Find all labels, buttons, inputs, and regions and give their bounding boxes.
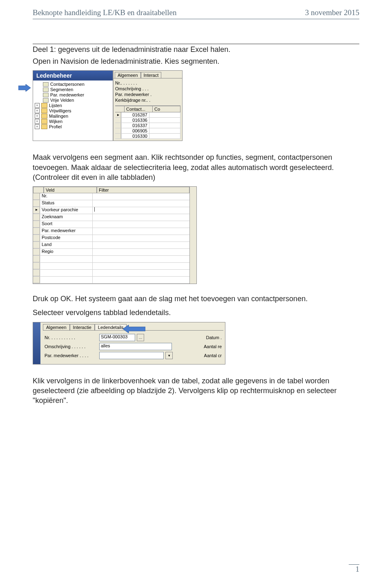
row-selector[interactable] [33,277,40,283]
tree-view[interactable]: Contactpersonen Segmenten Par. medewerke… [33,81,113,131]
grid-cell[interactable]: 016337 [121,123,149,128]
filter-cell[interactable] [93,263,189,269]
grid-cell[interactable]: 016336 [121,118,149,123]
row-selector[interactable] [33,263,40,269]
table-row[interactable]: Regio [33,249,189,256]
tree-item[interactable]: +Profiel [35,124,111,130]
table-row[interactable]: ▸Voorkeur parochie [33,207,189,214]
veld-cell[interactable]: Status [40,200,93,207]
filter-cell[interactable] [93,214,189,221]
veld-cell[interactable] [40,277,93,283]
veld-cell[interactable]: Par. medewerker [40,228,93,235]
table-row[interactable]: Land [33,242,189,249]
veld-cell[interactable] [40,270,93,276]
row-selector[interactable] [115,134,121,139]
nr-input[interactable]: SGM-000303 [99,334,135,341]
tree-item[interactable]: +Vrijwilligers [35,108,111,114]
filter-cell[interactable] [93,277,189,283]
nr-label: Nr. . . . . . . . . . . [45,335,98,340]
row-selector[interactable] [33,193,40,200]
tab-algemeen[interactable]: Algemeen [43,324,70,330]
tree-item[interactable]: Par. medewerker [35,92,111,98]
grid-cell[interactable]: 006905 [121,128,149,133]
row-selector[interactable] [33,228,40,235]
expand-icon[interactable]: + [35,119,40,124]
table-row[interactable]: Status [33,200,189,207]
veld-cell[interactable]: Voorkeur parochie [40,207,93,214]
tree-item[interactable]: +Lijsten [35,103,111,108]
filter-cell[interactable] [93,270,189,276]
row-selector[interactable] [33,221,40,228]
par-medewerker-input[interactable] [99,352,164,359]
veld-cell[interactable]: Land [40,242,93,248]
grid-cell[interactable]: 016330 [121,134,149,139]
filter-cell[interactable] [93,242,189,248]
table-row[interactable]: Soort [33,221,189,228]
row-selector[interactable] [115,118,121,123]
filter-cell[interactable] [93,200,189,207]
table-row[interactable] [33,256,189,263]
grid-cell[interactable]: 016287 [121,112,149,117]
lookup-button[interactable]: ▾ [165,352,173,359]
table-row[interactable]: Postcode [33,235,189,242]
mini-grid[interactable]: Contact... Co ▸016287 016336 016337 0069… [115,105,180,139]
column-header-veld[interactable]: Veld [44,187,97,193]
table-row[interactable]: Zoeknaam [33,214,189,221]
grid-corner[interactable] [33,187,44,193]
tree-item[interactable]: Vrije Velden [35,98,111,103]
row-selector[interactable] [33,214,40,221]
table-row[interactable] [33,263,189,270]
table-row[interactable] [33,277,189,284]
row-selector[interactable]: ▸ [33,207,40,214]
expand-icon[interactable]: + [35,114,40,119]
row-selector[interactable] [33,242,40,248]
omschrijving-input[interactable]: alles [99,343,172,350]
filter-cell[interactable] [93,256,189,262]
row-selector[interactable] [115,128,121,133]
veld-cell[interactable]: Soort [40,221,93,228]
tab-interactie[interactable]: Interactie [70,324,95,330]
veld-cell[interactable]: Postcode [40,235,93,242]
row-selector[interactable] [33,256,40,262]
veld-cell[interactable] [40,263,93,269]
paragraph-3: Druk op OK. Het systeem gaat aan de slag… [33,294,359,304]
table-row[interactable]: Nr. [33,193,189,200]
vertical-scrollbar[interactable] [189,187,196,284]
lookup-button[interactable]: … [137,334,144,341]
veld-cell[interactable]: Zoeknaam [40,214,93,221]
filter-cell[interactable] [93,249,189,255]
folder-icon [41,124,47,129]
column-header-filter[interactable]: Filter [97,187,189,193]
field-label: Kerkbijdrage nr.. . [115,98,153,103]
veld-cell[interactable]: Regio [40,249,93,255]
tab-ledendetails[interactable]: Ledendetails [95,324,127,330]
table-row[interactable] [33,270,189,277]
row-selector[interactable] [33,270,40,276]
field-label: Par. medewerker . [115,92,153,97]
tree-item[interactable]: +Mailingen [35,114,111,119]
expand-icon[interactable]: + [35,124,40,129]
row-selector[interactable] [33,249,40,255]
row-selector[interactable] [33,235,40,242]
filter-cell[interactable] [93,235,189,242]
table-row[interactable]: Par. medewerker [33,228,189,235]
tab-algemeen[interactable]: Algemeen [115,72,141,78]
veld-cell[interactable]: Nr. [40,193,93,200]
expand-icon[interactable]: + [35,103,40,108]
row-selector[interactable] [33,200,40,207]
filter-cell[interactable] [93,193,189,200]
filter-cell[interactable] [93,221,189,228]
filter-cell[interactable] [93,228,189,235]
tab-interact[interactable]: Interact [141,72,162,78]
grid-corner[interactable] [115,106,125,112]
veld-cell[interactable] [40,256,93,262]
grid-header[interactable]: Contact... [125,106,153,112]
tree-item[interactable]: Segmenten [35,87,111,92]
row-selector[interactable] [115,123,121,128]
filter-cell[interactable] [93,207,189,214]
tree-item[interactable]: +Wijken [35,119,111,124]
expand-icon[interactable]: + [35,108,40,113]
tree-item[interactable]: Contactpersonen [35,82,111,87]
row-selector[interactable]: ▸ [115,112,121,117]
grid-header[interactable]: Co [153,106,180,112]
